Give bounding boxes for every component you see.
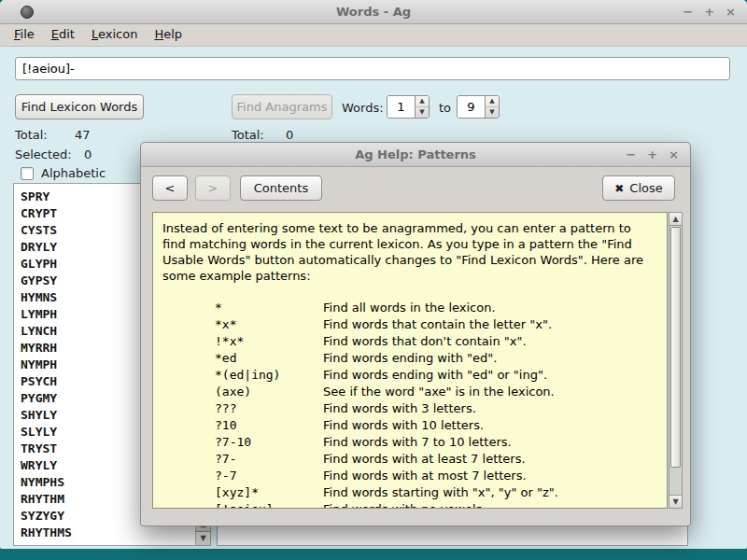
- menu-item[interactable]: Help: [146, 24, 190, 46]
- menu-item[interactable]: Edit: [43, 24, 83, 46]
- pattern-row: ?-7 Find words with at most 7 letters.: [162, 468, 657, 484]
- help-dialog: Ag Help: Patterns − + × < > Contents ✖ C…: [140, 142, 691, 526]
- menubar: File Edit Lexicon Help: [0, 24, 747, 47]
- pattern-text: *: [215, 300, 323, 316]
- pattern-description: Find words ending with "ed" or "ing".: [323, 367, 657, 384]
- words-from-spinner[interactable]: 1 ▲ ▼: [387, 95, 430, 119]
- pattern-description: Find words with at most 7 letters.: [323, 468, 657, 484]
- pattern-description: Find words that contain the letter "x".: [323, 316, 657, 333]
- scroll-down-icon[interactable]: ▼: [669, 495, 682, 508]
- pattern-description: Find words with at least 7 letters.: [323, 451, 657, 468]
- words-to-spinner[interactable]: 9 ▲ ▼: [457, 95, 500, 119]
- pattern-text: *ed: [215, 350, 323, 367]
- pattern-text: ?7-10: [215, 434, 323, 451]
- scroll-down-icon[interactable]: ▼: [196, 531, 210, 545]
- pattern-input[interactable]: [15, 57, 730, 80]
- minimize-icon[interactable]: −: [626, 149, 636, 161]
- help-dialog-title: Ag Help: Patterns: [355, 147, 476, 161]
- pattern-description: Find words that don't contain "x".: [323, 333, 657, 350]
- pattern-text: ?-7: [215, 468, 323, 484]
- left-total-value: 47: [75, 128, 91, 142]
- close-button-label: Close: [629, 181, 662, 195]
- minimize-icon[interactable]: −: [683, 7, 693, 18]
- words-to-value[interactable]: 9: [458, 96, 485, 118]
- pattern-text: (axe): [215, 384, 323, 400]
- pattern-description: Find words with 7 to 10 letters.: [323, 434, 657, 451]
- pattern-text: [xyz]*: [215, 484, 323, 501]
- pattern-text: *(ed|ing): [215, 367, 323, 384]
- right-total-value: 0: [286, 128, 293, 142]
- pattern-text: !*x*: [215, 333, 323, 350]
- pattern-description: Find words with 3 letters.: [323, 400, 657, 417]
- pattern-row: (axe) See if the word "axe" is in the le…: [162, 384, 657, 400]
- close-icon[interactable]: ×: [669, 149, 679, 161]
- pattern-description: Find words starting with "x", "y" or "z"…: [323, 484, 657, 501]
- pattern-row: ?10 Find words with 10 letters.: [162, 417, 657, 434]
- spinner-steppers: ▲ ▼: [485, 96, 499, 118]
- close-x-icon: ✖: [614, 182, 624, 195]
- spin-down-icon[interactable]: ▼: [416, 107, 429, 118]
- pattern-row: *x* Find words that contain the letter "…: [162, 316, 657, 333]
- word-list-item[interactable]: RHYTHMS: [14, 525, 195, 541]
- to-label: to: [439, 101, 451, 115]
- spin-up-icon[interactable]: ▲: [486, 96, 499, 107]
- scrollbar-thumb[interactable]: [670, 227, 681, 468]
- pattern-row: * Find all words in the lexicon.: [162, 300, 657, 316]
- maximize-icon[interactable]: +: [647, 149, 657, 161]
- pattern-text: *x*: [215, 316, 323, 333]
- help-intro-text: Instead of entering some text to be anag…: [162, 220, 657, 284]
- pattern-row: [!aeiou]- Find words with no vowels.: [162, 501, 657, 509]
- selected-label: Selected:: [15, 147, 72, 161]
- right-total-label: Total:: [232, 128, 264, 142]
- pattern-description: Find words with 10 letters.: [323, 417, 657, 434]
- pattern-text: ?10: [215, 417, 323, 434]
- help-forward-button[interactable]: >: [195, 175, 231, 201]
- find-lexicon-words-button[interactable]: Find Lexicon Words: [15, 94, 144, 119]
- main-window-title: Words - Ag: [336, 5, 411, 19]
- pattern-text: ???: [215, 400, 323, 417]
- pattern-text: ?7-: [215, 451, 323, 468]
- pattern-row: ?7- Find words with at least 7 letters.: [162, 451, 657, 468]
- pattern-row: ??? Find words with 3 letters.: [162, 400, 657, 417]
- pattern-description: Find words ending with "ed".: [323, 350, 657, 367]
- help-content: Instead of entering some text to be anag…: [152, 212, 668, 509]
- menu-item[interactable]: File: [6, 24, 43, 46]
- find-anagrams-button[interactable]: Find Anagrams: [232, 94, 332, 119]
- alphabetic-checkbox[interactable]: [21, 167, 34, 180]
- help-scrollbar[interactable]: ▲ ▼: [669, 212, 683, 509]
- help-close-button[interactable]: ✖ Close: [602, 175, 675, 201]
- left-total-label: Total:: [15, 128, 48, 142]
- window-menu-icon[interactable]: [21, 6, 34, 19]
- pattern-description: See if the word "axe" is in the lexicon.: [323, 384, 657, 400]
- main-titlebar[interactable]: Words - Ag − + ×: [0, 0, 747, 24]
- spin-up-icon[interactable]: ▲: [416, 96, 429, 107]
- pattern-row: [xyz]* Find words starting with "x", "y"…: [162, 484, 657, 501]
- selected-value: 0: [84, 147, 92, 161]
- pattern-row: ?7-10 Find words with 7 to 10 letters.: [162, 434, 657, 451]
- spinner-steppers: ▲ ▼: [415, 96, 429, 118]
- main-window-controls: − + ×: [683, 0, 736, 24]
- alphabetic-label: Alphabetic: [41, 166, 106, 180]
- menu-item[interactable]: Lexicon: [83, 24, 146, 46]
- help-back-button[interactable]: <: [152, 175, 188, 201]
- close-icon[interactable]: ×: [726, 7, 736, 18]
- pattern-description: Find all words in the lexicon.: [323, 300, 657, 316]
- words-from-value[interactable]: 1: [388, 96, 415, 118]
- pattern-text: [!aeiou]-: [215, 501, 323, 509]
- words-label: Words:: [342, 101, 384, 115]
- pattern-row: *ed Find words ending with "ed".: [162, 350, 657, 367]
- help-dialog-titlebar[interactable]: Ag Help: Patterns − + ×: [141, 143, 690, 167]
- pattern-row: *(ed|ing) Find words ending with "ed" or…: [162, 367, 657, 384]
- pattern-examples: * Find all words in the lexicon. *x* Fin…: [162, 300, 657, 509]
- desktop: Words - Ag − + × File Edit Lexicon Help …: [0, 0, 747, 560]
- help-dialog-controls: − + ×: [626, 143, 679, 167]
- spin-down-icon[interactable]: ▼: [486, 107, 499, 118]
- maximize-icon[interactable]: +: [704, 7, 714, 18]
- help-contents-button[interactable]: Contents: [240, 175, 322, 201]
- pattern-description: Find words with no vowels.: [323, 501, 657, 509]
- scroll-up-icon[interactable]: ▲: [669, 213, 682, 226]
- pattern-row: !*x* Find words that don't contain "x".: [162, 333, 657, 350]
